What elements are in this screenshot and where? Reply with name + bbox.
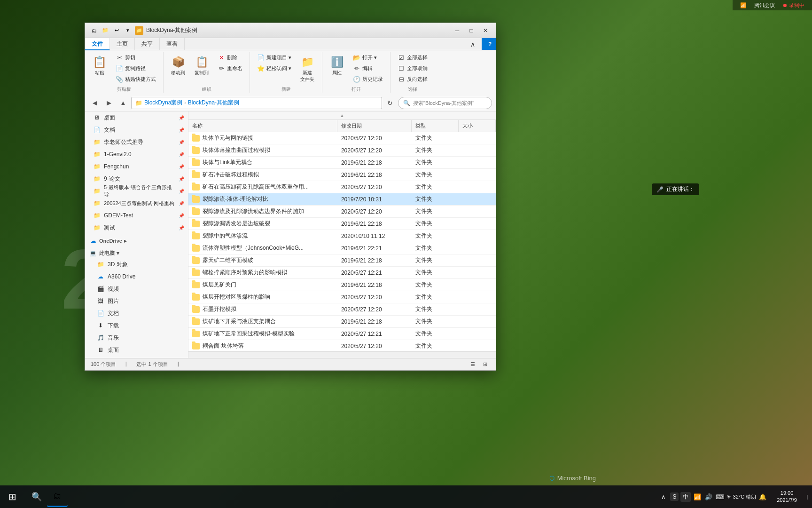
nav-item-thesis[interactable]: 📁 9-论文 📌: [85, 173, 188, 185]
tab-view[interactable]: 查看: [160, 38, 185, 50]
file-row[interactable]: 煤矿地下开采与液压支架耦合 2019/6/21 22:18 文件夹: [188, 316, 496, 328]
file-row[interactable]: 煤层见矿关门 2019/6/21 22:18 文件夹: [188, 279, 496, 291]
tab-file[interactable]: 文件: [85, 38, 110, 50]
file-row[interactable]: 露天矿二维平面模破 2019/6/21 22:18 文件夹: [188, 254, 496, 267]
details-view-button[interactable]: ☰: [468, 359, 478, 370]
crumb-2[interactable]: BlockDyna-其他案例: [188, 99, 239, 107]
nav-item-gdem[interactable]: 📁 GDEM-Test 📌: [85, 209, 188, 222]
qat-dropdown[interactable]: ▾: [123, 26, 133, 35]
copy-to-button[interactable]: 📋 复制到: [191, 52, 212, 79]
close-button[interactable]: ✕: [479, 25, 492, 36]
maximize-button[interactable]: □: [465, 25, 478, 36]
file-row[interactable]: 螺栓拧紧顺序对预紧力的影响模拟 2020/5/27 12:21 文件夹: [188, 267, 496, 279]
nav-item-formula[interactable]: 📁 李老师公式推导 📌: [85, 136, 188, 148]
file-row[interactable]: 流体弹塑性模型（JohnsonCook+MieG... 2019/6/21 22…: [188, 242, 496, 254]
nav-item-documents-pinned[interactable]: 📄 文档 📌: [85, 124, 188, 136]
cut-button[interactable]: ✂ 剪切: [112, 52, 159, 63]
onedrive-header[interactable]: ☁ OneDrive ▸: [85, 234, 188, 246]
minimize-button[interactable]: ─: [451, 25, 464, 36]
file-row[interactable]: 石墨开挖模拟 2020/5/27 12:20 文件夹: [188, 303, 496, 316]
network-icon[interactable]: 📶: [693, 492, 702, 501]
edit-button[interactable]: ✏ 编辑: [350, 63, 386, 73]
copy-path-button[interactable]: 📄 复制路径: [112, 63, 159, 73]
invert-selection-button[interactable]: ⊟ 反向选择: [394, 74, 431, 84]
col-header-size[interactable]: 大小: [459, 120, 496, 132]
nav-item-desktop-pc[interactable]: 🖥 桌面: [85, 344, 188, 356]
search-taskbar-button[interactable]: 🔍: [26, 486, 47, 507]
nav-item-a360[interactable]: ☁ A360 Drive: [85, 270, 188, 283]
nav-item-genvi[interactable]: 📁 1-Genvi2.0 📌: [85, 148, 188, 160]
show-hidden-icons[interactable]: ∧: [659, 492, 668, 501]
nav-item-pictures[interactable]: 🖼 图片: [85, 295, 188, 307]
nav-item-3d[interactable]: 📁 3D 对象: [85, 258, 188, 270]
input-method-s[interactable]: S: [670, 492, 679, 501]
file-row[interactable]: 裂隙渗漏诱发岩层边坡破裂 2019/6/21 22:18 文件夹: [188, 218, 496, 230]
select-none-button[interactable]: ☐ 全部取消: [394, 63, 431, 73]
nav-item-music[interactable]: 🎵 音乐: [85, 332, 188, 344]
easy-access-button[interactable]: ⭐ 轻松访问 ▾: [254, 63, 295, 73]
rename-button[interactable]: ✏ 重命名: [214, 63, 246, 73]
nav-item-videos[interactable]: 🎬 视频: [85, 283, 188, 295]
nav-item-bend[interactable]: 📁 200624三点弯曲测试-网格重构 📌: [85, 197, 188, 209]
search-box[interactable]: 🔍: [398, 97, 492, 109]
large-icons-button[interactable]: ⊞: [480, 359, 490, 370]
help-button[interactable]: ?: [482, 38, 496, 50]
file-row[interactable]: 矿石在高压卸荷及孔隙高压气体双重作用... 2020/5/27 12:20 文件…: [188, 181, 496, 193]
explorer-taskbar-button[interactable]: 🗂: [47, 486, 68, 507]
nav-item-docs[interactable]: 📄 文档: [85, 307, 188, 319]
select-all-button[interactable]: ☑ 全部选择: [394, 52, 431, 63]
nav-item-downloads[interactable]: ⬇ 下载: [85, 319, 188, 332]
qat-undo[interactable]: ↩: [111, 26, 122, 35]
crumb-1[interactable]: BlockDyna案例: [144, 99, 182, 107]
col-header-date[interactable]: 修改日期: [337, 120, 412, 132]
properties-button[interactable]: ℹ️ 属性: [326, 52, 348, 79]
qat-properties[interactable]: 🗂: [89, 26, 99, 35]
file-row[interactable]: 裂隙中的气体渗流 2020/10/10 11:12 文件夹: [188, 230, 496, 242]
file-row-selected[interactable]: 裂隙渗流-液体-理论解对比 2019/7/20 10:31 文件夹: [188, 193, 496, 206]
col-header-type[interactable]: 类型: [412, 120, 458, 132]
history-button[interactable]: 🕐 历史记录: [350, 74, 386, 84]
nav-item-fengchun[interactable]: 📁 Fengchun 📌: [85, 160, 188, 173]
paste-shortcut-button[interactable]: 📎 粘贴快捷方式: [112, 74, 159, 84]
expand-button[interactable]: ▲: [188, 111, 496, 120]
col-header-name[interactable]: 名称: [188, 120, 337, 132]
forward-button[interactable]: ▶: [103, 97, 115, 109]
show-desktop-button[interactable]: |: [803, 492, 812, 501]
delete-button[interactable]: ✕ 删除: [214, 52, 246, 63]
battery-or-input-icon[interactable]: ⌨: [715, 492, 725, 501]
new-item-button[interactable]: 📄 新建项目 ▾: [254, 52, 295, 63]
file-row[interactable]: 块体单元与网的链接 2020/5/27 12:20 文件夹: [188, 132, 496, 144]
tab-home[interactable]: 主页: [110, 38, 135, 50]
tencent-meeting[interactable]: 腾讯会议: [754, 2, 775, 9]
qat-new-folder[interactable]: 📁: [100, 26, 110, 35]
horizontal-scrollbar[interactable]: [188, 351, 496, 358]
taskbar-clock[interactable]: 19:00 2021/7/9: [771, 490, 803, 504]
input-method-zh[interactable]: 中: [680, 492, 691, 502]
open-button[interactable]: 📂 打开 ▾: [350, 52, 386, 63]
file-row[interactable]: 块体与Link单元耦合 2019/6/21 22:18 文件夹: [188, 157, 496, 169]
move-to-button[interactable]: 📦 移动到: [167, 52, 189, 79]
volume-icon[interactable]: 🔊: [704, 492, 713, 501]
search-input[interactable]: [413, 100, 487, 106]
nav-item-final[interactable]: 📁 5-最终版本-综合各个三角形推导 📌: [85, 185, 188, 197]
paste-button[interactable]: 📋 粘贴: [89, 52, 110, 79]
file-row[interactable]: 煤层开挖对区段煤柱的影响 2020/5/27 12:20 文件夹: [188, 291, 496, 303]
file-row[interactable]: 耦合面-块体垮落 2020/5/27 12:20 文件夹: [188, 340, 496, 351]
notification-icon[interactable]: 🔔: [758, 492, 767, 501]
file-row[interactable]: 矿石冲击破坏过程模拟 2019/6/21 22:18 文件夹: [188, 169, 496, 181]
nav-item-test[interactable]: 📁 测试 📌: [85, 222, 188, 234]
thispc-header[interactable]: 💻 此电脑 ▾: [85, 246, 188, 258]
up-button[interactable]: ▲: [117, 97, 129, 109]
file-row[interactable]: 裂隙渗流及孔隙渗流动态边界条件的施加 2020/5/27 12:20 文件夹: [188, 206, 496, 218]
new-folder-button[interactable]: 📁 新建文件夹: [297, 52, 318, 85]
start-button[interactable]: ⊞: [0, 485, 24, 508]
tab-share[interactable]: 共享: [135, 38, 160, 50]
weather-widget[interactable]: ☀ 32°C 晴朗: [726, 493, 756, 500]
file-row[interactable]: 煤矿地下正常回采过程模拟-模型实验 2020/5/27 12:21 文件夹: [188, 328, 496, 340]
file-row[interactable]: 块体体落撞击曲面过程模拟 2020/5/27 12:20 文件夹: [188, 144, 496, 157]
ribbon-collapse[interactable]: ∧: [464, 38, 482, 50]
refresh-button[interactable]: ↻: [384, 97, 396, 109]
nav-item-desktop-pinned[interactable]: 🖥 桌面 📌: [85, 111, 188, 124]
back-button[interactable]: ◀: [89, 97, 101, 109]
address-path[interactable]: 📁 BlockDyna案例 › BlockDyna-其他案例: [131, 97, 382, 109]
